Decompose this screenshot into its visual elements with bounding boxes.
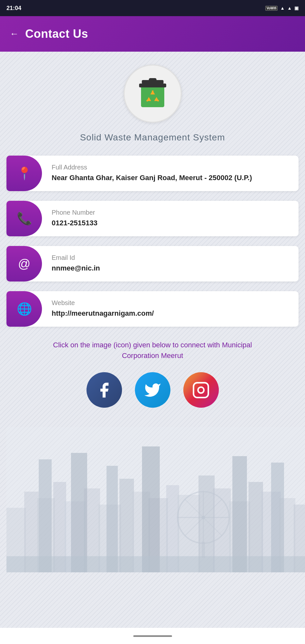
main-content: Solid Waste Management System 📍 Full Add…: [0, 52, 305, 644]
phone-value: 0121-2515133: [52, 218, 97, 228]
address-card: 📍 Full Address Near Ghanta Ghar, Kaiser …: [6, 156, 299, 191]
phone-card[interactable]: 📞 Phone Number 0121-2515133: [6, 201, 299, 236]
app-logo: [124, 65, 182, 123]
app-header: ← Contact Us: [0, 16, 305, 52]
svg-rect-3: [149, 78, 157, 81]
skyline-illustration: [6, 427, 299, 574]
phone-icon: 📞: [17, 211, 32, 226]
svg-rect-5: [152, 90, 153, 94]
email-card[interactable]: @ Email Id nnmee@nic.in: [6, 246, 299, 281]
facebook-icon: [95, 381, 113, 399]
website-value: http://meerutnagarnigam.com/: [52, 309, 154, 319]
vowifi-badge: VoWifi: [265, 6, 278, 11]
svg-rect-1: [139, 84, 166, 87]
svg-rect-32: [39, 459, 52, 572]
svg-rect-44: [271, 463, 284, 572]
svg-rect-35: [142, 446, 160, 572]
social-icons-container: [86, 372, 219, 408]
svg-rect-43: [232, 456, 247, 572]
address-icon: 📍: [17, 166, 32, 180]
svg-rect-42: [202, 542, 205, 558]
page-title: Contact Us: [25, 27, 88, 41]
status-bar: 21:04 VoWifi ▲ ▲ ▣: [0, 0, 305, 16]
svg-rect-33: [71, 453, 87, 572]
facebook-button[interactable]: [86, 372, 122, 408]
app-name: Solid Waste Management System: [80, 132, 225, 143]
status-icons: VoWifi ▲ ▲ ▣: [265, 5, 299, 11]
svg-rect-45: [6, 556, 305, 572]
wifi-icon: ▲: [280, 5, 285, 11]
website-card[interactable]: 🌐 Website http://meerutnagarnigam.com/: [6, 291, 299, 327]
website-icon-area: 🌐: [6, 291, 42, 327]
instagram-icon: [192, 381, 210, 399]
phone-content: Phone Number 0121-2515133: [45, 201, 104, 236]
back-button[interactable]: ←: [10, 29, 19, 39]
website-content: Website http://meerutnagarnigam.com/: [45, 291, 160, 327]
phone-label: Phone Number: [52, 209, 97, 216]
signal-icon: ▲: [287, 5, 292, 11]
email-content: Email Id nnmee@nic.in: [45, 246, 107, 281]
city-skyline-svg: [6, 427, 305, 572]
battery-icon: ▣: [294, 5, 299, 11]
bottom-bar-indicator: [133, 635, 172, 637]
social-prompt: Click on the image (icon) given below to…: [40, 340, 266, 361]
twitter-icon: [144, 381, 161, 399]
bottom-nav: [0, 628, 305, 644]
svg-rect-10: [194, 383, 208, 397]
address-content: Full Address Near Ghanta Ghar, Kaiser Ga…: [45, 156, 259, 191]
address-label: Full Address: [52, 164, 252, 171]
email-value: nnmee@nic.in: [52, 263, 100, 273]
svg-rect-0: [141, 86, 164, 107]
address-value: Near Ghanta Ghar, Kaiser Ganj Road, Meer…: [52, 173, 252, 183]
email-label: Email Id: [52, 254, 100, 261]
trash-icon: [133, 74, 172, 113]
website-label: Website: [52, 299, 154, 307]
email-icon-area: @: [6, 246, 42, 281]
email-icon: @: [18, 257, 31, 271]
twitter-button[interactable]: [135, 372, 170, 408]
status-time: 21:04: [6, 5, 21, 12]
website-icon: 🌐: [17, 302, 32, 316]
instagram-button[interactable]: [183, 372, 219, 408]
phone-icon-area: 📞: [6, 201, 42, 236]
address-icon-area: 📍: [6, 156, 42, 191]
